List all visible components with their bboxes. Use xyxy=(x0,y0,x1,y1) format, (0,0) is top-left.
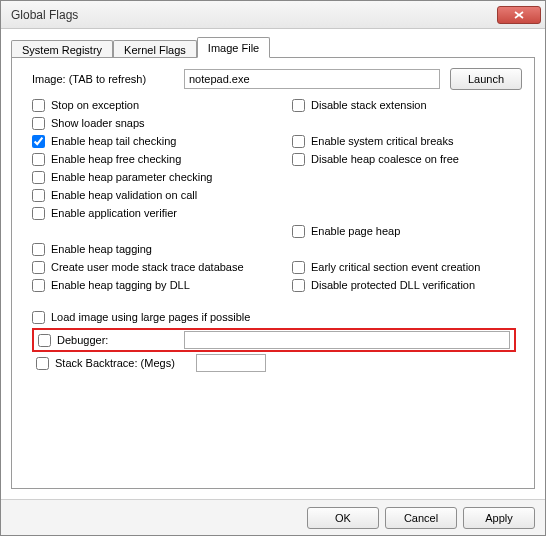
check-enable-heap-tail-checking[interactable]: Enable heap tail checking xyxy=(32,132,292,150)
check-stack-backtrace[interactable]: Stack Backtrace: (Megs) xyxy=(36,354,196,372)
stack-backtrace-input[interactable] xyxy=(196,354,266,372)
launch-button[interactable]: Launch xyxy=(450,68,522,90)
check-disable-heap-coalesce-on-free[interactable]: Disable heap coalesce on free xyxy=(292,150,522,168)
ok-button[interactable]: OK xyxy=(307,507,379,529)
check-enable-heap-validation-on-call[interactable]: Enable heap validation on call xyxy=(32,186,292,204)
image-label: Image: (TAB to refresh) xyxy=(32,73,184,85)
check-enable-system-critical-breaks[interactable]: Enable system critical breaks xyxy=(292,132,522,150)
content-area: System Registry Kernel Flags Image File … xyxy=(1,29,545,499)
titlebar: Global Flags xyxy=(1,1,545,29)
check-enable-heap-tagging-by-dll[interactable]: Enable heap tagging by DLL xyxy=(32,276,292,294)
image-input[interactable] xyxy=(184,69,440,89)
tab-image-file[interactable]: Image File xyxy=(197,37,270,58)
check-stop-on-exception[interactable]: Stop on exception xyxy=(32,96,292,114)
check-enable-heap-tagging[interactable]: Enable heap tagging xyxy=(32,240,292,258)
footer: OK Cancel Apply xyxy=(1,499,545,535)
check-debugger[interactable]: Debugger: xyxy=(38,331,184,349)
window-title: Global Flags xyxy=(11,8,497,22)
cancel-button[interactable]: Cancel xyxy=(385,507,457,529)
check-create-user-mode-stack-trace-db[interactable]: Create user mode stack trace database xyxy=(32,258,292,276)
check-early-critical-section-event-creation[interactable]: Early critical section event creation xyxy=(292,258,522,276)
check-disable-stack-extension[interactable]: Disable stack extension xyxy=(292,96,522,114)
check-disable-protected-dll-verification[interactable]: Disable protected DLL verification xyxy=(292,276,522,294)
tab-panel-image-file: Image: (TAB to refresh) Launch Stop on e… xyxy=(11,57,535,489)
debugger-input[interactable] xyxy=(184,331,510,349)
check-enable-page-heap[interactable]: Enable page heap xyxy=(292,222,522,240)
check-enable-heap-parameter-checking[interactable]: Enable heap parameter checking xyxy=(32,168,292,186)
check-enable-heap-free-checking[interactable]: Enable heap free checking xyxy=(32,150,292,168)
debugger-row: Debugger: xyxy=(32,328,516,352)
close-icon xyxy=(514,11,524,19)
check-show-loader-snaps[interactable]: Show loader snaps xyxy=(32,114,292,132)
tabs: System Registry Kernel Flags Image File xyxy=(11,37,535,58)
stack-backtrace-row: Stack Backtrace: (Megs) xyxy=(32,354,516,372)
check-load-image-large-pages[interactable]: Load image using large pages if possible xyxy=(32,308,522,326)
apply-button[interactable]: Apply xyxy=(463,507,535,529)
close-button[interactable] xyxy=(497,6,541,24)
check-enable-application-verifier[interactable]: Enable application verifier xyxy=(32,204,292,222)
